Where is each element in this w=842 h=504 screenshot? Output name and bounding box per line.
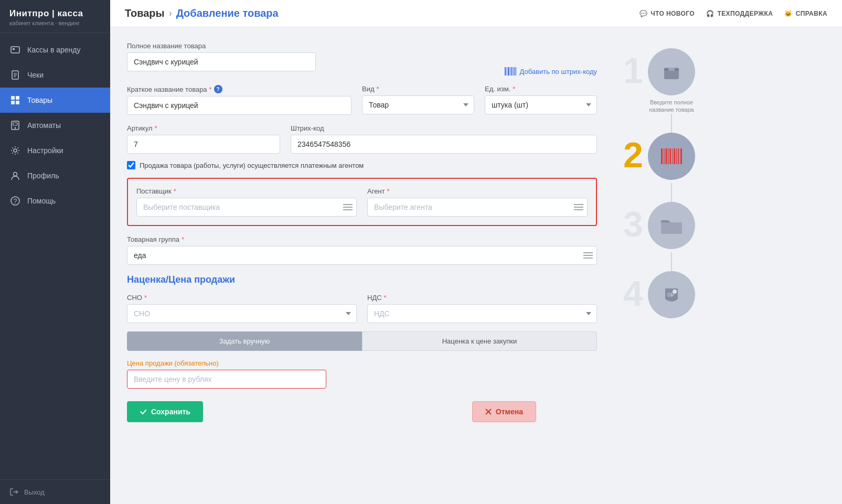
article-row: Артикул * Штрих-код [127, 124, 597, 154]
sidebar-item-profil[interactable]: Профиль [0, 163, 110, 188]
svg-point-13 [14, 149, 17, 152]
full-name-input[interactable] [127, 52, 316, 71]
supplier-input-wrap [136, 198, 357, 217]
wizard-step-3: 3 [619, 202, 724, 252]
support-label: ТЕХПОДДЕРЖКА [717, 10, 773, 17]
content: Полное название товара Добавить по штрих… [110, 27, 842, 504]
agent-input[interactable] [367, 198, 588, 217]
svg-rect-41 [666, 148, 667, 164]
breadcrumb-current: Добавление товара [176, 7, 279, 19]
type-select[interactable]: Товар [362, 95, 474, 114]
article-group: Артикул * [127, 124, 280, 154]
svg-rect-40 [664, 148, 665, 164]
agent-list-button[interactable] [574, 203, 583, 211]
svg-rect-0 [11, 47, 19, 53]
svg-rect-42 [668, 148, 669, 164]
form-buttons: Сохранить Отмена [127, 401, 536, 422]
wizard-number-2: 2 [623, 137, 643, 173]
svg-rect-24 [515, 67, 516, 76]
logout-button[interactable]: Выход [9, 487, 101, 497]
short-name-help-icon[interactable]: ? [214, 85, 222, 93]
svg-point-12 [15, 127, 16, 129]
svg-point-14 [14, 173, 17, 176]
supplier-agent-row: Поставщик * Агент * [136, 187, 588, 217]
wizard-circle-4: 0₽ [648, 271, 695, 318]
sidebar-item-kassy[interactable]: Кассы в аренду [0, 37, 110, 62]
checkbox-row: Продажа товара (работы, услуги) осуществ… [127, 161, 597, 169]
article-input[interactable] [127, 135, 280, 154]
help-label: СПРАВКА [796, 10, 827, 17]
svg-rect-19 [507, 67, 507, 76]
svg-rect-8 [11, 101, 15, 104]
wizard-label-1: Введите полное название товара [645, 99, 698, 114]
main-area: Товары › Добавление товара 💬 ЧТО НОВОГО … [110, 0, 842, 504]
svg-rect-11 [13, 123, 17, 125]
wizard-number-4: 4 [623, 275, 643, 311]
sidebar-item-tovary[interactable]: Товары [0, 88, 110, 113]
supplier-list-button[interactable] [343, 203, 353, 211]
type-group: Вид * Товар [362, 85, 474, 115]
breadcrumb-parent: Товары [125, 7, 165, 19]
wizard-circle-3 [648, 202, 695, 249]
svg-rect-39 [661, 148, 663, 164]
sno-nds-row: СНО * СНО НДС * НДС [127, 294, 597, 323]
tab-markup[interactable]: Наценка к цене закупки [362, 331, 597, 351]
supplier-group: Поставщик * [136, 187, 357, 217]
profil-icon [9, 170, 21, 181]
unit-select[interactable]: штука (шт) [485, 95, 597, 114]
barcode-input[interactable] [291, 135, 597, 154]
topbar-actions: 💬 ЧТО НОВОГО 🎧 ТЕХПОДДЕРЖКА 🐱 СПРАВКА [640, 10, 827, 17]
app-title: Инитпро | касса [9, 8, 101, 19]
barcode-group: Штрих-код [291, 124, 597, 154]
support-icon: 🎧 [706, 10, 714, 17]
wizard-number-3: 3 [623, 206, 643, 242]
kassy-icon [9, 44, 21, 56]
sidebar-item-avtomaty[interactable]: Автоматы [0, 113, 110, 138]
wizard-steps: 1 Введите полное название товара 2 [619, 38, 724, 321]
full-name-label: Полное название товара [127, 42, 597, 50]
tab-manual[interactable]: Задать вручную [127, 331, 362, 351]
short-name-row: Краткое название товара * ? Вид * Товар [127, 85, 597, 115]
save-button[interactable]: Сохранить [127, 401, 203, 422]
help-icon: 🐱 [784, 10, 792, 17]
whats-new-icon: 💬 [640, 10, 647, 17]
sno-select[interactable]: СНО [127, 304, 357, 323]
cancel-button[interactable]: Отмена [472, 401, 536, 422]
svg-rect-43 [670, 148, 672, 164]
help-button[interactable]: 🐱 СПРАВКА [784, 10, 827, 17]
barcode-link[interactable]: Добавить по штрих-коду [505, 52, 597, 76]
form-area: Полное название товара Добавить по штрих… [110, 27, 614, 504]
pricing-tabs: Задать вручную Наценка к цене закупки [127, 331, 597, 351]
tovary-icon [9, 94, 21, 106]
agent-checkbox[interactable] [127, 161, 135, 169]
group-input[interactable] [127, 246, 597, 265]
supplier-agent-section: Поставщик * Агент * [127, 178, 597, 226]
group-input-wrap [127, 246, 597, 265]
nds-select[interactable]: НДС [367, 304, 597, 323]
whats-new-label: ЧТО НОВОГО [651, 10, 695, 17]
group-list-button[interactable] [583, 252, 593, 259]
sidebar-nav: Кассы в аренду Чеки Товары Автоматы Наст… [0, 33, 110, 479]
svg-rect-7 [16, 96, 19, 100]
sidebar-logo: Инитпро | касса кабинет клиента · вендин… [0, 0, 110, 33]
pricing-section-title: Наценка/Цена продажи [127, 274, 597, 285]
sidebar-item-nastroyki[interactable]: Настройки [0, 138, 110, 163]
svg-rect-45 [674, 148, 675, 164]
sidebar-item-label-avtomaty: Автоматы [27, 121, 61, 130]
wizard-step-2: 2 [619, 133, 724, 183]
svg-rect-21 [510, 67, 510, 76]
support-button[interactable]: 🎧 ТЕХПОДДЕРЖКА [706, 10, 773, 17]
whats-new-button[interactable]: 💬 ЧТО НОВОГО [640, 10, 695, 17]
wizard-area: 1 Введите полное название товара 2 [614, 27, 729, 504]
group-section: Товарная группа * [127, 235, 597, 265]
breadcrumb: Товары › Добавление товара [125, 7, 279, 19]
sidebar-item-label-nastroyki: Настройки [27, 146, 63, 155]
sidebar-item-label-cheki: Чеки [27, 71, 44, 79]
price-group: Цена продажи (обязательно) [127, 359, 597, 389]
short-name-input[interactable] [127, 96, 351, 115]
full-name-group: Полное название товара Добавить по штрих… [127, 42, 597, 76]
supplier-input[interactable] [136, 198, 357, 217]
sidebar-item-pomoshch[interactable]: ? Помощь [0, 188, 110, 213]
sidebar-item-cheki[interactable]: Чеки [0, 62, 110, 88]
price-input[interactable] [127, 370, 326, 389]
